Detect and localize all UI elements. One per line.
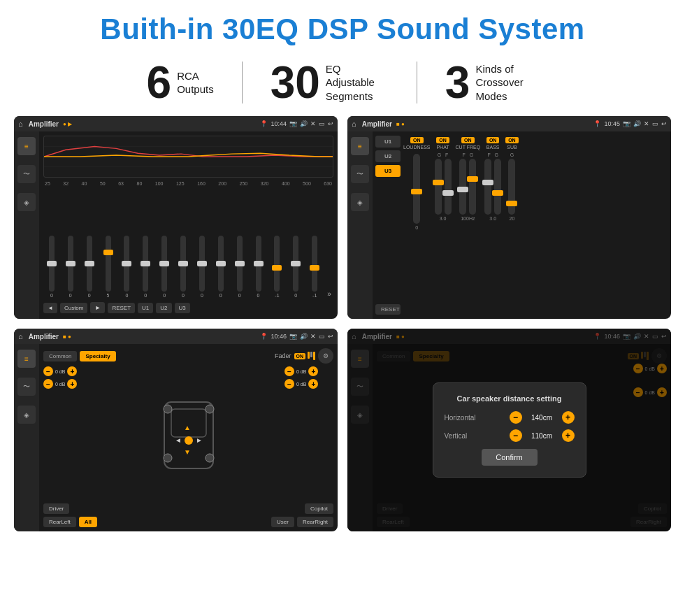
vertical-control: − 110cm +: [510, 429, 575, 442]
u2-btn-eq[interactable]: U2: [156, 303, 171, 313]
stat-crossover: 3 Kinds ofCrossover Modes: [417, 60, 567, 105]
speaker-icon-btn-3[interactable]: ◈: [17, 406, 36, 424]
fr-plus[interactable]: +: [308, 366, 318, 376]
prev-btn[interactable]: ◄: [43, 303, 57, 313]
slider-track-13[interactable]: [274, 236, 280, 292]
horizontal-value: 140cm: [526, 414, 558, 422]
fader-bottom-btns: Driver Copilot: [43, 503, 333, 514]
ctrl-loudness: ON LOUDNESS 0: [403, 137, 431, 230]
wave-icon-btn-2[interactable]: 〜: [351, 165, 369, 183]
car-diagram-area: ▲ ▼ ◄ ►: [96, 366, 280, 501]
phat-slider-g[interactable]: [435, 159, 442, 215]
time-2: 10:45: [604, 120, 620, 127]
reset-btn-eq[interactable]: RESET: [108, 303, 135, 313]
slider-track-3[interactable]: [87, 236, 92, 292]
horizontal-minus[interactable]: −: [510, 411, 522, 424]
preset-u3[interactable]: U3: [375, 165, 401, 177]
slider-track-7[interactable]: [161, 236, 167, 292]
slider-1: 0: [43, 236, 60, 298]
sub-slider[interactable]: [508, 159, 515, 215]
horizontal-control: − 140cm +: [510, 411, 575, 424]
bass-slider-f[interactable]: [484, 159, 491, 215]
settings-icon-3[interactable]: ⚙: [318, 348, 333, 364]
distance-screen: ⌂ Amplifier ■ ● 📍 10:46 📷 🔊 ✕ ▭ ↩ ≡ 〜 ◈: [347, 329, 671, 531]
slider-track-4[interactable]: [106, 236, 111, 292]
play-btn[interactable]: ►: [90, 302, 105, 313]
horizontal-plus[interactable]: +: [562, 411, 575, 424]
slider-track-6[interactable]: [143, 236, 148, 292]
stat-label-rca: RCAOutputs: [177, 69, 214, 96]
eq-icon-btn-2[interactable]: ≡: [351, 137, 369, 155]
all-btn-3[interactable]: All: [79, 517, 97, 527]
slider-track-9[interactable]: [199, 236, 205, 292]
freq-500: 500: [303, 181, 311, 186]
home-icon-3: ⌂: [18, 332, 23, 341]
time-1: 10:44: [271, 120, 287, 127]
slider-track-11[interactable]: [237, 236, 243, 292]
rl-plus[interactable]: +: [67, 379, 77, 389]
location-icon-2: 📍: [593, 120, 601, 127]
bass-slider-g[interactable]: [494, 159, 501, 215]
fl-plus[interactable]: +: [67, 366, 77, 376]
rearright-btn-3[interactable]: RearRight: [297, 517, 333, 527]
slider-track-1[interactable]: [49, 236, 55, 292]
rr-minus[interactable]: −: [284, 379, 294, 389]
slider-8: 0: [175, 236, 192, 298]
slider-9: 0: [194, 236, 210, 298]
tab-specialty-3[interactable]: Specialty: [80, 351, 115, 361]
slider-track-15[interactable]: [312, 236, 317, 292]
preset-u1[interactable]: U1: [375, 136, 401, 148]
slider-track-10[interactable]: [218, 236, 224, 292]
wave-icon-btn[interactable]: 〜: [17, 165, 36, 183]
eq-icon-btn-3[interactable]: ≡: [17, 350, 36, 368]
app-title-2: Amplifier: [362, 120, 392, 128]
cutfreq-slider-g[interactable]: [469, 159, 476, 215]
eq-icon-btn[interactable]: ≡: [17, 137, 36, 155]
copilot-btn-3[interactable]: Copilot: [305, 503, 333, 514]
slider-5: 0: [119, 236, 136, 298]
vol-icon-1: 🔊: [300, 120, 308, 127]
rl-minus[interactable]: −: [43, 379, 53, 389]
slider-track-2[interactable]: [68, 236, 73, 292]
u3-btn-eq[interactable]: U3: [175, 303, 190, 313]
confirm-button[interactable]: Confirm: [482, 449, 538, 466]
status-dots-1: ● ▶: [63, 121, 72, 127]
eq-freq-labels: 25 32 40 50 63 80 100 125 160 200 250 32…: [43, 180, 333, 187]
loudness-slider[interactable]: [413, 154, 420, 224]
cutfreq-slider-f[interactable]: [459, 159, 466, 215]
tab-common-3[interactable]: Common: [43, 351, 77, 361]
user-btn-3[interactable]: User: [271, 517, 294, 527]
speaker-icon-btn[interactable]: ◈: [17, 193, 36, 211]
fader-on-badge[interactable]: ON: [294, 353, 306, 359]
stat-rca: 6 RCAOutputs: [119, 60, 242, 105]
svg-point-5: [185, 436, 193, 445]
slider-track-12[interactable]: [256, 236, 261, 292]
expand-btn[interactable]: »: [325, 290, 333, 298]
fl-minus[interactable]: −: [43, 366, 53, 376]
rr-plus[interactable]: +: [308, 379, 318, 389]
rearleft-btn-3[interactable]: RearLeft: [43, 517, 76, 527]
status-bar-1: ⌂ Amplifier ● ▶ 📍 10:44 📷 🔊 ✕ ▭ ↩: [14, 116, 338, 131]
rr-value: 0 dB: [296, 382, 306, 387]
slider-track-14[interactable]: [293, 236, 298, 292]
screens-grid: ⌂ Amplifier ● ▶ 📍 10:44 📷 🔊 ✕ ▭ ↩ ≡ 〜 ◈: [0, 116, 685, 531]
sub-val: 20: [510, 216, 515, 221]
phat-vals: 3.0: [440, 216, 447, 221]
speaker-icon-btn-2[interactable]: ◈: [351, 193, 369, 211]
svg-text:►: ►: [196, 436, 203, 444]
custom-label: Custom: [60, 303, 88, 313]
vertical-minus[interactable]: −: [510, 429, 522, 442]
wave-icon-btn-3[interactable]: 〜: [17, 378, 36, 396]
fr-minus[interactable]: −: [284, 366, 294, 376]
slider-track-8[interactable]: [180, 236, 186, 292]
car-diagram-svg: ▲ ▼ ◄ ►: [154, 388, 224, 479]
vertical-plus[interactable]: +: [562, 429, 575, 442]
preset-u2[interactable]: U2: [375, 150, 401, 162]
u1-btn-eq[interactable]: U1: [138, 303, 153, 313]
slider-track-5[interactable]: [124, 236, 129, 292]
driver-btn-3[interactable]: Driver: [43, 503, 69, 514]
slider-14: 0: [287, 236, 304, 298]
phat-slider-f[interactable]: [445, 159, 452, 215]
stats-row: 6 RCAOutputs 30 EQ AdjustableSegments 3 …: [0, 55, 685, 116]
reset-btn-crossover[interactable]: RESET: [375, 304, 401, 315]
